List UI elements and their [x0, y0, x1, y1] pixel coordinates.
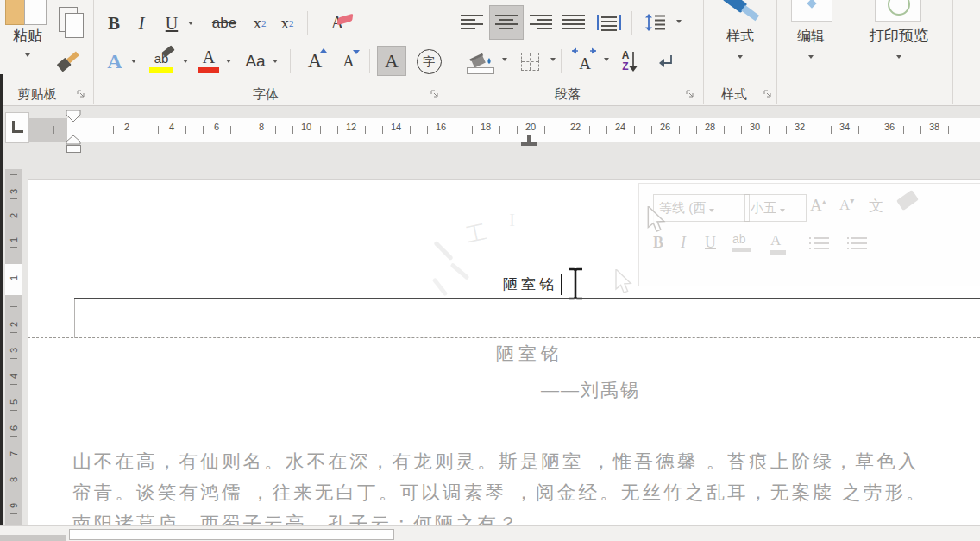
- line-spacing-button[interactable]: [637, 7, 675, 38]
- text-effects-dropdown-arrow[interactable]: [131, 60, 136, 63]
- distribute-button[interactable]: [592, 7, 626, 38]
- h-ruler-tick: [920, 126, 921, 134]
- superscript-button[interactable]: x2: [274, 9, 300, 38]
- line-spacing-dropdown-arrow[interactable]: [676, 20, 682, 23]
- align-center-button[interactable]: [490, 6, 523, 39]
- highlight-dropdown-arrow[interactable]: [183, 60, 188, 63]
- styles-dialog-launcher[interactable]: [763, 89, 773, 99]
- first-line-indent-marker[interactable]: [66, 110, 81, 123]
- h-ruler-number: 24: [607, 122, 633, 132]
- h-ruler-tick: [203, 126, 204, 134]
- header-area-boundary: [28, 337, 980, 338]
- font-color-dropdown-arrow[interactable]: [226, 60, 231, 63]
- header-text[interactable]: 陋室铭: [503, 274, 557, 294]
- h-ruler-number: 2: [114, 122, 140, 132]
- highlight-color-button[interactable]: ab: [143, 45, 179, 78]
- paste-icon-sheet: [24, 0, 47, 25]
- align-right-icon: [530, 14, 552, 31]
- styles-button[interactable]: 样式: [706, 0, 775, 83]
- bold-button[interactable]: B: [102, 9, 126, 38]
- italic-button[interactable]: I: [131, 9, 152, 38]
- ghost-bullet-list-icon: [808, 236, 831, 251]
- center-tab-stop-marker[interactable]: [521, 135, 537, 148]
- paragraph-dialog-launcher[interactable]: [685, 89, 695, 99]
- h-scrollbar[interactable]: [0, 525, 980, 541]
- asian-layout-button[interactable]: A: [568, 45, 602, 78]
- v-ruler-number: 3: [8, 186, 20, 198]
- edit-button[interactable]: 编辑: [779, 0, 843, 83]
- h-ruler-tick: [606, 126, 607, 134]
- justify-button[interactable]: [559, 7, 588, 38]
- v-ruler-tick: [10, 462, 17, 462]
- underline-button[interactable]: U: [157, 9, 186, 38]
- shrink-font-button[interactable]: A: [335, 45, 362, 78]
- format-painter-button[interactable]: [52, 43, 88, 78]
- strikethrough-button[interactable]: abe: [204, 9, 245, 38]
- change-case-button[interactable]: Aa: [240, 45, 271, 78]
- v-ruler-number: 2: [8, 210, 20, 222]
- v-ruler-number: 1: [8, 234, 20, 246]
- shading-dropdown-arrow[interactable]: [502, 58, 507, 61]
- align-right-button[interactable]: [526, 7, 556, 38]
- grow-font-button[interactable]: A: [300, 45, 330, 78]
- h-ruler-tick: [248, 126, 248, 134]
- subscript-button[interactable]: x2: [247, 9, 273, 38]
- paste-button[interactable]: 粘贴: [3, 0, 52, 67]
- enclose-characters-button[interactable]: 字: [412, 45, 445, 78]
- shading-button[interactable]: [462, 45, 499, 78]
- edit-dropdown-arrow: [808, 55, 814, 59]
- h-ruler-tick: [948, 126, 949, 134]
- h-ruler-tick: [113, 126, 114, 134]
- ribbon: 粘贴 剪贴板 B I U abe x2 x2 A: [0, 0, 980, 106]
- text-effects-button[interactable]: A: [100, 45, 129, 78]
- h-ruler[interactable]: 2468101214161820222426283032343638: [28, 118, 980, 142]
- borders-button[interactable]: [512, 45, 547, 78]
- asian-layout-dropdown-arrow[interactable]: [604, 58, 609, 61]
- paragraph-mark-button[interactable]: [649, 45, 683, 78]
- v-ruler-tick: [10, 436, 17, 437]
- font-color-button[interactable]: A: [195, 45, 223, 78]
- hanging-indent-marker[interactable]: [66, 135, 81, 145]
- v-ruler[interactable]: 321123456789: [5, 169, 22, 541]
- copy-button[interactable]: [55, 5, 88, 41]
- body-author[interactable]: ——刘禹锡: [541, 378, 640, 402]
- h-ruler-number: 4: [159, 122, 185, 132]
- h-ruler-tick: [455, 126, 455, 134]
- h-ruler-number: 16: [428, 122, 454, 132]
- ghost-bold: B: [653, 234, 663, 252]
- print-preview-button[interactable]: 打印预览: [847, 0, 951, 83]
- h-scrollbar-corner: [0, 535, 66, 541]
- clear-formatting-button[interactable]: A: [317, 7, 357, 38]
- h-ruler-number: 32: [787, 122, 813, 132]
- change-case-dropdown-arrow[interactable]: [273, 60, 278, 63]
- clipboard-dialog-launcher[interactable]: [76, 89, 86, 99]
- paste-dropdown-arrow[interactable]: [25, 53, 30, 57]
- left-indent-marker[interactable]: [66, 145, 81, 153]
- body-title[interactable]: 陋室铭: [496, 342, 563, 366]
- align-left-button[interactable]: [457, 7, 487, 38]
- v-ruler-number: 5: [8, 396, 20, 408]
- borders-icon: [521, 53, 539, 71]
- paste-label: 粘贴: [3, 26, 52, 46]
- shrink-font-arrow-icon: [353, 50, 360, 54]
- window-left-edge: [0, 74, 3, 541]
- ghost-font-color: A: [770, 232, 786, 255]
- h-scrollbar-thumb[interactable]: [69, 529, 394, 540]
- h-ruler-tick: [696, 126, 697, 134]
- font-dialog-launcher[interactable]: [430, 89, 440, 99]
- underline-dropdown-arrow[interactable]: [188, 22, 193, 25]
- h-ruler-tick: [275, 126, 276, 134]
- h-ruler-tick: [679, 126, 680, 134]
- clipboard-group-label: 剪贴板: [0, 85, 74, 102]
- h-ruler-tick: [903, 126, 904, 134]
- h-ruler-tick: [634, 126, 635, 134]
- v-ruler-tick: [10, 410, 17, 411]
- h-ruler-number: 18: [473, 122, 499, 132]
- borders-dropdown-arrow[interactable]: [550, 58, 556, 61]
- justify-icon: [562, 14, 585, 31]
- character-shading-button[interactable]: A: [378, 47, 405, 75]
- sort-button[interactable]: A Z: [614, 45, 645, 78]
- v-ruler-tick: [10, 358, 17, 359]
- body-paragraph[interactable]: 山不在高，有仙则名。水不在深，有龙则灵。斯是陋室 ，惟吾德馨 。苔痕上阶绿，草色…: [72, 446, 980, 525]
- ghost-shrink-font: A▾: [839, 196, 854, 214]
